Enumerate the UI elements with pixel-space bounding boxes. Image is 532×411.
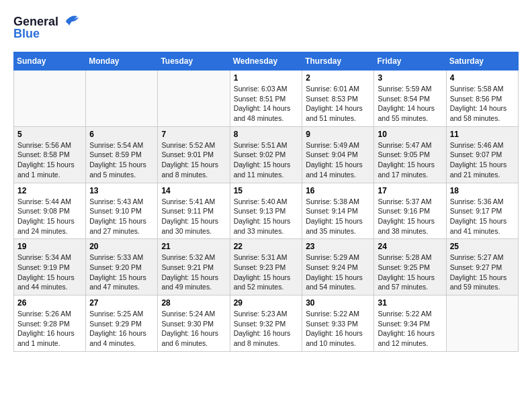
day-info: Sunrise: 5:31 AMSunset: 9:23 PMDaylight:… (234, 253, 299, 292)
day-number: 1 (234, 73, 299, 83)
calendar-cell (446, 295, 518, 352)
day-header-wednesday: Wednesday (230, 52, 302, 71)
calendar-cell: 28Sunrise: 5:24 AMSunset: 9:30 PMDayligh… (158, 295, 230, 352)
day-info: Sunrise: 5:22 AMSunset: 9:33 PMDaylight:… (306, 309, 370, 349)
day-number: 30 (306, 298, 370, 308)
day-number: 19 (17, 242, 82, 251)
calendar-cell: 7Sunrise: 5:52 AMSunset: 9:01 PMDaylight… (158, 126, 230, 183)
calendar-cell: 1Sunrise: 6:03 AMSunset: 8:51 PMDaylight… (230, 71, 302, 127)
calendar-cell: 5Sunrise: 5:56 AMSunset: 8:58 PMDaylight… (14, 126, 86, 183)
day-info: Sunrise: 5:24 AMSunset: 9:30 PMDaylight:… (161, 309, 226, 349)
calendar-week-3: 12Sunrise: 5:44 AMSunset: 9:08 PMDayligh… (14, 183, 519, 239)
logo-blue-text: Blue (13, 27, 40, 41)
calendar-table: SundayMondayTuesdayWednesdayThursdayFrid… (13, 52, 519, 352)
day-info: Sunrise: 5:47 AMSunset: 9:05 PMDaylight:… (378, 140, 442, 180)
day-info: Sunrise: 6:01 AMSunset: 8:53 PMDaylight:… (306, 84, 370, 124)
day-number: 21 (161, 242, 226, 251)
day-number: 2 (306, 73, 370, 83)
day-header-saturday: Saturday (446, 52, 518, 71)
day-number: 11 (450, 130, 515, 139)
calendar-cell: 4Sunrise: 5:58 AMSunset: 8:56 PMDaylight… (446, 71, 518, 127)
day-number: 8 (234, 130, 299, 139)
day-info: Sunrise: 5:25 AMSunset: 9:29 PMDaylight:… (89, 309, 154, 349)
day-info: Sunrise: 5:59 AMSunset: 8:54 PMDaylight:… (378, 84, 442, 124)
calendar-cell: 13Sunrise: 5:43 AMSunset: 9:10 PMDayligh… (86, 183, 158, 239)
calendar-cell: 30Sunrise: 5:22 AMSunset: 9:33 PMDayligh… (302, 295, 374, 352)
calendar-cell: 22Sunrise: 5:31 AMSunset: 9:23 PMDayligh… (230, 239, 302, 295)
day-number: 5 (17, 130, 82, 139)
day-info: Sunrise: 5:34 AMSunset: 9:19 PMDaylight:… (17, 253, 82, 292)
day-info: Sunrise: 5:32 AMSunset: 9:21 PMDaylight:… (161, 253, 226, 292)
day-info: Sunrise: 6:03 AMSunset: 8:51 PMDaylight:… (234, 84, 299, 124)
calendar-cell: 14Sunrise: 5:41 AMSunset: 9:11 PMDayligh… (158, 183, 230, 239)
calendar-cell (14, 71, 86, 127)
day-info: Sunrise: 5:23 AMSunset: 9:32 PMDaylight:… (234, 309, 299, 349)
day-number: 10 (378, 130, 442, 139)
day-number: 6 (89, 130, 154, 139)
calendar-cell: 23Sunrise: 5:29 AMSunset: 9:24 PMDayligh… (302, 239, 374, 295)
day-number: 14 (161, 186, 226, 195)
day-number: 16 (306, 186, 370, 195)
calendar-cell: 29Sunrise: 5:23 AMSunset: 9:32 PMDayligh… (230, 295, 302, 352)
page-header: General Blue (13, 13, 519, 41)
day-number: 9 (306, 130, 370, 139)
calendar-cell: 21Sunrise: 5:32 AMSunset: 9:21 PMDayligh… (158, 239, 230, 295)
day-number: 28 (161, 298, 226, 308)
day-info: Sunrise: 5:51 AMSunset: 9:02 PMDaylight:… (234, 140, 299, 180)
day-info: Sunrise: 5:28 AMSunset: 9:25 PMDaylight:… (378, 253, 442, 292)
day-number: 12 (17, 186, 82, 195)
calendar-cell: 31Sunrise: 5:22 AMSunset: 9:34 PMDayligh… (374, 295, 446, 352)
day-number: 25 (450, 242, 515, 251)
calendar-cell: 26Sunrise: 5:26 AMSunset: 9:28 PMDayligh… (14, 295, 86, 352)
calendar-cell: 17Sunrise: 5:37 AMSunset: 9:16 PMDayligh… (374, 183, 446, 239)
calendar-cell: 27Sunrise: 5:25 AMSunset: 9:29 PMDayligh… (86, 295, 158, 352)
day-number: 23 (306, 242, 370, 251)
day-number: 29 (234, 298, 299, 308)
day-info: Sunrise: 5:33 AMSunset: 9:20 PMDaylight:… (89, 253, 154, 292)
day-info: Sunrise: 5:41 AMSunset: 9:11 PMDaylight:… (161, 197, 226, 236)
day-info: Sunrise: 5:37 AMSunset: 9:16 PMDaylight:… (378, 197, 442, 236)
day-info: Sunrise: 5:52 AMSunset: 9:01 PMDaylight:… (161, 140, 226, 180)
day-info: Sunrise: 5:43 AMSunset: 9:10 PMDaylight:… (89, 197, 154, 236)
logo-bird-icon (61, 13, 80, 30)
calendar-cell: 25Sunrise: 5:27 AMSunset: 9:27 PMDayligh… (446, 239, 518, 295)
calendar-week-5: 26Sunrise: 5:26 AMSunset: 9:28 PMDayligh… (14, 295, 519, 352)
calendar-cell: 10Sunrise: 5:47 AMSunset: 9:05 PMDayligh… (374, 126, 446, 183)
day-number: 15 (234, 186, 299, 195)
day-number: 26 (17, 298, 82, 308)
day-header-monday: Monday (86, 52, 158, 71)
day-info: Sunrise: 5:58 AMSunset: 8:56 PMDaylight:… (450, 84, 515, 124)
calendar-cell: 18Sunrise: 5:36 AMSunset: 9:17 PMDayligh… (446, 183, 518, 239)
day-info: Sunrise: 5:29 AMSunset: 9:24 PMDaylight:… (306, 253, 370, 292)
calendar-cell: 19Sunrise: 5:34 AMSunset: 9:19 PMDayligh… (14, 239, 86, 295)
calendar-cell: 24Sunrise: 5:28 AMSunset: 9:25 PMDayligh… (374, 239, 446, 295)
calendar-cell: 8Sunrise: 5:51 AMSunset: 9:02 PMDaylight… (230, 126, 302, 183)
day-info: Sunrise: 5:36 AMSunset: 9:17 PMDaylight:… (450, 197, 515, 236)
day-info: Sunrise: 5:56 AMSunset: 8:58 PMDaylight:… (17, 140, 82, 180)
day-number: 31 (378, 298, 442, 308)
day-number: 18 (450, 186, 515, 195)
day-header-sunday: Sunday (14, 52, 86, 71)
calendar-week-2: 5Sunrise: 5:56 AMSunset: 8:58 PMDaylight… (14, 126, 519, 183)
day-info: Sunrise: 5:44 AMSunset: 9:08 PMDaylight:… (17, 197, 82, 236)
day-number: 3 (378, 73, 442, 83)
day-info: Sunrise: 5:54 AMSunset: 8:59 PMDaylight:… (89, 140, 154, 180)
day-number: 24 (378, 242, 442, 251)
logo: General Blue (13, 13, 80, 41)
calendar-cell: 2Sunrise: 6:01 AMSunset: 8:53 PMDaylight… (302, 71, 374, 127)
calendar-cell: 3Sunrise: 5:59 AMSunset: 8:54 PMDaylight… (374, 71, 446, 127)
day-info: Sunrise: 5:40 AMSunset: 9:13 PMDaylight:… (234, 197, 299, 236)
day-info: Sunrise: 5:49 AMSunset: 9:04 PMDaylight:… (306, 140, 370, 180)
day-info: Sunrise: 5:26 AMSunset: 9:28 PMDaylight:… (17, 309, 82, 349)
day-number: 13 (89, 186, 154, 195)
day-info: Sunrise: 5:27 AMSunset: 9:27 PMDaylight:… (450, 253, 515, 292)
day-header-thursday: Thursday (302, 52, 374, 71)
calendar-cell (86, 71, 158, 127)
calendar-cell: 16Sunrise: 5:38 AMSunset: 9:14 PMDayligh… (302, 183, 374, 239)
day-number: 20 (89, 242, 154, 251)
calendar-cell: 20Sunrise: 5:33 AMSunset: 9:20 PMDayligh… (86, 239, 158, 295)
day-info: Sunrise: 5:46 AMSunset: 9:07 PMDaylight:… (450, 140, 515, 180)
day-number: 27 (89, 298, 154, 308)
day-header-tuesday: Tuesday (158, 52, 230, 71)
calendar-cell: 6Sunrise: 5:54 AMSunset: 8:59 PMDaylight… (86, 126, 158, 183)
